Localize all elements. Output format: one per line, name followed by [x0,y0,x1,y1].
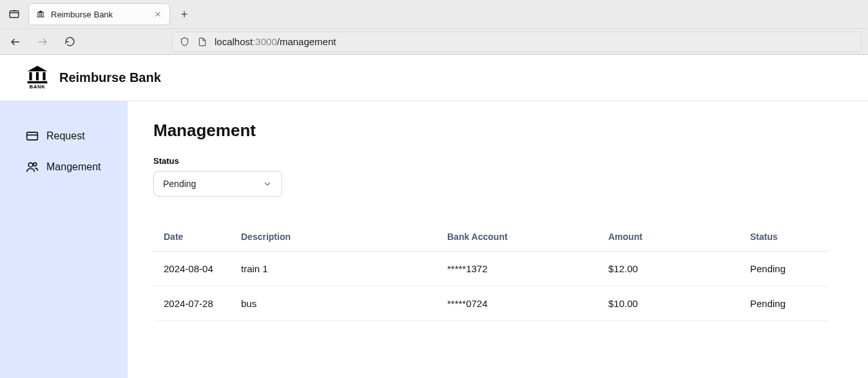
svg-rect-16 [43,72,45,81]
url-path: /management [277,36,336,47]
cell-amount: $10.00 [598,286,740,321]
svg-point-20 [28,163,33,167]
close-icon[interactable] [153,9,163,19]
cell-description: train 1 [231,252,437,286]
window-menu-icon[interactable] [5,5,23,23]
cell-status: Pending [740,286,829,321]
tab-strip: Reimburse Bank [0,0,868,28]
table-header-row: Date Description Bank Account Amount Sta… [153,223,829,252]
page-title: Management [153,121,829,141]
table-row[interactable]: 2024-07-28 bus *****0724 $10.00 Pending [153,286,829,321]
col-date: Date [153,223,231,252]
cell-date: 2024-08-04 [153,252,231,286]
forward-button[interactable] [34,33,52,51]
page-icon [197,36,208,48]
cell-bank: *****1372 [437,252,598,286]
col-amount: Amount [598,223,740,252]
cell-description: bus [231,286,437,321]
svg-rect-14 [29,72,32,81]
col-status: Status [740,223,829,252]
sidebar-item-label: Request [46,130,85,142]
browser-toolbar: localhost:3000/management [0,28,868,54]
svg-rect-0 [10,11,19,18]
browser-chrome: Reimburse Bank localhost:3000/ma [0,0,868,55]
svg-rect-5 [41,13,42,16]
app-logo: BANK [26,66,49,90]
chevron-down-icon [262,179,273,189]
new-tab-button[interactable] [175,5,193,23]
url-port: :3000 [253,36,277,47]
main-content: Management Status Pending Date Descripti… [128,101,868,378]
url-text: localhost:3000/management [215,36,336,47]
svg-rect-7 [37,17,44,17]
cell-bank: *****0724 [437,286,598,321]
status-filter-label: Status [153,156,829,166]
url-bar[interactable]: localhost:3000/management [171,32,862,52]
svg-rect-18 [27,132,38,140]
people-icon [26,161,39,174]
tab-title: Reimburse Bank [51,10,148,19]
cell-date: 2024-07-28 [153,286,231,321]
col-bank: Bank Account [437,223,598,252]
col-description: Description [231,223,437,252]
shield-icon [178,36,190,48]
cell-amount: $12.00 [598,252,740,286]
svg-rect-17 [28,81,48,84]
url-host: localhost [215,36,253,47]
card-icon [26,130,39,143]
status-select-value: Pending [163,179,196,189]
logo-subtext: BANK [29,84,45,90]
sidebar: Request Mangement [0,101,128,378]
sidebar-item-label: Mangement [46,161,101,173]
back-button[interactable] [6,33,24,51]
bank-icon [35,9,46,19]
brand-title: Reimburse Bank [59,70,161,85]
svg-rect-3 [37,13,38,16]
svg-rect-6 [43,13,44,16]
sidebar-item-management[interactable]: Mangement [0,152,128,183]
requests-table: Date Description Bank Account Amount Sta… [153,223,829,321]
svg-point-21 [34,163,37,166]
bank-icon [26,66,49,84]
reload-button[interactable] [61,33,79,51]
sidebar-item-request[interactable]: Request [0,121,128,152]
cell-status: Pending [740,252,829,286]
page-body: Request Mangement Management Status Pend… [0,101,868,378]
svg-rect-4 [39,13,40,16]
status-select[interactable]: Pending [153,171,282,197]
browser-tab[interactable]: Reimburse Bank [28,3,170,25]
table-row[interactable]: 2024-08-04 train 1 *****1372 $12.00 Pend… [153,252,829,286]
svg-rect-15 [36,72,39,81]
app-header: BANK Reimburse Bank [0,55,868,101]
